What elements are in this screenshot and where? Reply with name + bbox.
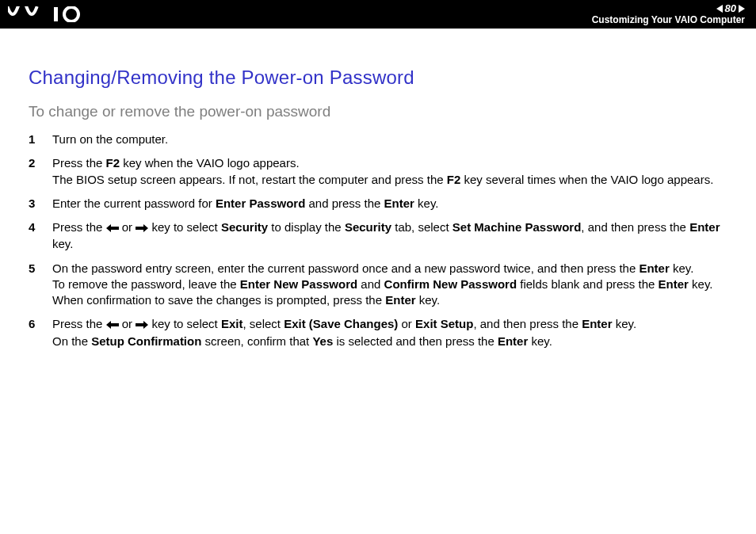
svg-point-1 [64, 7, 78, 21]
option-name: Exit Setup [415, 317, 473, 330]
key-enter: Enter [639, 261, 669, 275]
step-text: screen, confirm that [201, 334, 312, 348]
arrow-left-icon [106, 220, 119, 236]
menu-name: Exit [221, 317, 243, 330]
step-text: To remove the password, leave the [52, 277, 240, 291]
step-text: and [357, 277, 384, 291]
step-5: On the password entry screen, enter the … [29, 261, 727, 309]
step-text: key to select [148, 220, 221, 234]
menu-name: Security [221, 220, 268, 234]
key-enter: Enter [498, 334, 528, 348]
step-text: key to select [148, 317, 221, 330]
arrow-right-icon [136, 220, 148, 236]
step-text: key. [689, 277, 713, 291]
step-text: Press the [52, 220, 106, 234]
page-number: 80 [725, 3, 736, 14]
step-text: Press the [52, 156, 106, 170]
step-4: Press the or key to select Security to d… [29, 219, 727, 253]
svg-rect-0 [54, 7, 58, 21]
step-2: Press the F2 key when the VAIO logo appe… [29, 155, 727, 188]
step-text: to display the [268, 220, 345, 234]
step-text: The BIOS setup screen appears. If not, r… [52, 173, 447, 186]
page-content: Changing/Removing the Power-on Password … [0, 29, 756, 349]
breadcrumb: Customizing Your VAIO Computer [592, 15, 745, 25]
option-name: Yes [312, 334, 333, 348]
page-title: Changing/Removing the Power-on Password [29, 67, 727, 89]
step-text: On the [52, 334, 91, 348]
option-name: Set Machine Password [452, 220, 582, 234]
step-text: is selected and then press the [333, 334, 498, 348]
header-right: 80 Customizing Your VAIO Computer [592, 3, 745, 25]
step-text: Turn on the computer. [52, 132, 168, 146]
step-text: tab, select [391, 220, 452, 234]
step-text: , and then press the [581, 220, 689, 234]
step-text: key when the VAIO logo appears. [120, 156, 300, 170]
key-enter: Enter [384, 196, 414, 210]
arrow-left-icon [106, 317, 119, 333]
key-f2: F2 [447, 173, 461, 186]
field-name: Enter New Password [240, 277, 357, 291]
step-text: key several times when the VAIO logo app… [460, 173, 713, 186]
step-text: When confirmation to save the changes is… [52, 293, 385, 307]
step-text: , select [242, 317, 284, 330]
page-nav: 80 [716, 3, 745, 14]
key-f2: F2 [106, 156, 120, 170]
steps-list: Turn on the computer. Press the F2 key w… [29, 132, 727, 349]
prev-page-icon[interactable] [716, 5, 723, 13]
step-text: key. [613, 317, 637, 330]
step-text: key. [528, 334, 552, 348]
field-name: Confirm New Password [384, 277, 517, 291]
key-enter: Enter [582, 317, 612, 330]
step-text: and press the [305, 196, 384, 210]
option-name: Exit (Save Changes) [284, 317, 398, 330]
arrow-right-icon [136, 317, 148, 333]
step-text: key. [414, 196, 439, 210]
step-text: key. [52, 237, 73, 250]
screen-name: Setup Confirmation [91, 334, 201, 348]
page-subtitle: To change or remove the power-on passwor… [29, 103, 727, 120]
step-text: Press the [52, 317, 106, 330]
key-enter: Enter [659, 277, 689, 291]
next-page-icon[interactable] [739, 5, 745, 13]
key-enter: Enter [689, 220, 720, 234]
step-text: fields blank and press the [517, 277, 658, 291]
step-text: or [119, 220, 136, 234]
step-text: key. [416, 293, 441, 307]
step-text: key. [670, 261, 694, 275]
key-enter: Enter [385, 293, 415, 307]
step-text: or [119, 317, 136, 330]
field-name: Enter Password [216, 196, 305, 210]
vaio-logo [8, 0, 86, 29]
step-1: Turn on the computer. [29, 132, 727, 147]
step-6: Press the or key to select Exit, select … [29, 316, 727, 349]
step-text: Enter the current password for [52, 196, 216, 210]
step-text: , and then press the [473, 317, 582, 330]
step-3: Enter the current password for Enter Pas… [29, 196, 727, 212]
step-text: On the password entry screen, enter the … [52, 261, 639, 275]
header-bar: 80 Customizing Your VAIO Computer [0, 0, 756, 29]
step-text: or [398, 317, 415, 330]
tab-name: Security [345, 220, 391, 234]
